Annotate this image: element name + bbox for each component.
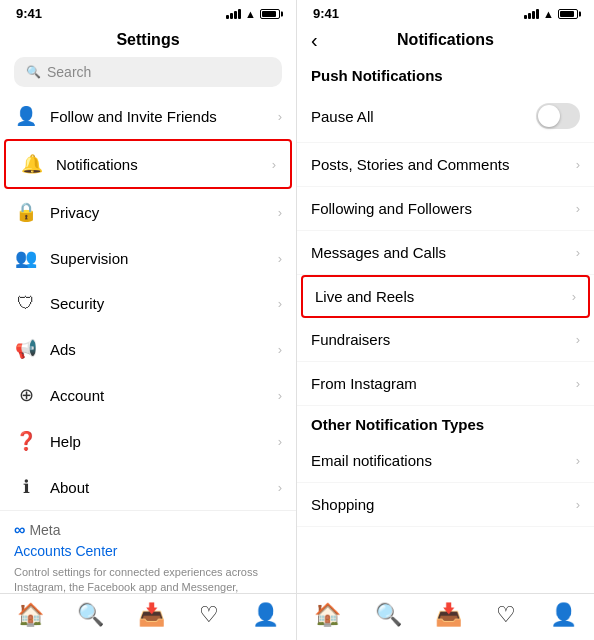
search-nav-icon[interactable]: 🔍: [77, 602, 104, 628]
shopping-label: Shopping: [311, 496, 576, 513]
settings-item-privacy[interactable]: 🔒 Privacy ›: [0, 189, 296, 235]
push-notifications-title: Push Notifications: [297, 57, 594, 90]
shopping-chevron: ›: [576, 497, 580, 512]
account-icon: ⊕: [14, 384, 38, 406]
messages-calls-label: Messages and Calls: [311, 244, 576, 261]
ads-label: Ads: [50, 341, 278, 358]
shopping-item[interactable]: Shopping ›: [297, 483, 594, 527]
notifications-header: ‹ Notifications: [297, 25, 594, 57]
battery-icon: [260, 9, 280, 19]
live-reels-label: Live and Reels: [315, 288, 572, 305]
privacy-chevron: ›: [278, 205, 282, 220]
privacy-label: Privacy: [50, 204, 278, 221]
reels-nav-icon[interactable]: 📥: [138, 602, 165, 628]
settings-item-about[interactable]: ℹ About ›: [0, 464, 296, 510]
search-bar[interactable]: 🔍 Search: [14, 57, 282, 87]
from-instagram-chevron: ›: [576, 376, 580, 391]
help-icon: ❓: [14, 430, 38, 452]
notifications-icon: 🔔: [20, 153, 44, 175]
search-nav-icon-right[interactable]: 🔍: [375, 602, 402, 628]
settings-panel: 9:41 ▲ Settings 🔍 Search 👤 Follow and In…: [0, 0, 297, 640]
signal-icon: [226, 9, 241, 19]
time-left: 9:41: [16, 6, 42, 21]
settings-list: 👤 Follow and Invite Friends › 🔔 Notifica…: [0, 93, 296, 593]
battery-icon-right: [558, 9, 578, 19]
settings-item-follow[interactable]: 👤 Follow and Invite Friends ›: [0, 93, 296, 139]
time-right: 9:41: [313, 6, 339, 21]
settings-item-account[interactable]: ⊕ Account ›: [0, 372, 296, 418]
bottom-nav-right: 🏠 🔍 📥 ♡ 👤: [297, 593, 594, 640]
email-notifications-item[interactable]: Email notifications ›: [297, 439, 594, 483]
meta-description: Control settings for connected experienc…: [14, 565, 282, 593]
wifi-icon-right: ▲: [543, 8, 554, 20]
meta-symbol: ∞: [14, 521, 25, 539]
settings-item-ads[interactable]: 📢 Ads ›: [0, 326, 296, 372]
posts-stories-label: Posts, Stories and Comments: [311, 156, 576, 173]
posts-stories-item[interactable]: Posts, Stories and Comments ›: [297, 143, 594, 187]
profile-nav-icon[interactable]: 👤: [252, 602, 279, 628]
notifications-list: Push Notifications Pause All Posts, Stor…: [297, 57, 594, 593]
live-reels-item[interactable]: Live and Reels ›: [301, 275, 590, 318]
security-icon: 🛡: [14, 293, 38, 314]
meta-section: ∞ Meta Accounts Center Control settings …: [0, 510, 296, 593]
fundraisers-item[interactable]: Fundraisers ›: [297, 318, 594, 362]
email-notifications-chevron: ›: [576, 453, 580, 468]
pause-all-item[interactable]: Pause All: [297, 90, 594, 143]
home-nav-icon-right[interactable]: 🏠: [314, 602, 341, 628]
accounts-center-link[interactable]: Accounts Center: [14, 543, 282, 559]
ads-chevron: ›: [278, 342, 282, 357]
notifications-title: Notifications: [397, 31, 494, 49]
search-placeholder: Search: [47, 64, 91, 80]
follow-label: Follow and Invite Friends: [50, 108, 278, 125]
profile-nav-icon-right[interactable]: 👤: [550, 602, 577, 628]
pause-all-toggle[interactable]: [536, 103, 580, 129]
following-followers-chevron: ›: [576, 201, 580, 216]
other-notifications-title: Other Notification Types: [297, 406, 594, 439]
signal-icon-right: [524, 9, 539, 19]
posts-stories-chevron: ›: [576, 157, 580, 172]
settings-item-supervision[interactable]: 👥 Supervision ›: [0, 235, 296, 281]
security-label: Security: [50, 295, 278, 312]
status-icons-right: ▲: [524, 8, 578, 20]
meta-logo: ∞ Meta: [14, 521, 282, 539]
following-followers-item[interactable]: Following and Followers ›: [297, 187, 594, 231]
settings-item-notifications[interactable]: 🔔 Notifications ›: [4, 139, 292, 189]
settings-item-security[interactable]: 🛡 Security ›: [0, 281, 296, 326]
likes-nav-icon[interactable]: ♡: [199, 602, 219, 628]
bottom-nav-left: 🏠 🔍 📥 ♡ 👤: [0, 593, 296, 640]
notifications-panel: 9:41 ▲ ‹ Notifications Push Notification…: [297, 0, 594, 640]
follow-icon: 👤: [14, 105, 38, 127]
pause-all-label: Pause All: [311, 108, 536, 125]
likes-nav-icon-right[interactable]: ♡: [496, 602, 516, 628]
notifications-chevron: ›: [272, 157, 276, 172]
notifications-label: Notifications: [56, 156, 272, 173]
supervision-icon: 👥: [14, 247, 38, 269]
settings-item-help[interactable]: ❓ Help ›: [0, 418, 296, 464]
help-label: Help: [50, 433, 278, 450]
about-label: About: [50, 479, 278, 496]
from-instagram-item[interactable]: From Instagram ›: [297, 362, 594, 406]
follow-chevron: ›: [278, 109, 282, 124]
fundraisers-label: Fundraisers: [311, 331, 576, 348]
messages-calls-item[interactable]: Messages and Calls ›: [297, 231, 594, 275]
security-chevron: ›: [278, 296, 282, 311]
settings-header: Settings: [0, 25, 296, 57]
supervision-label: Supervision: [50, 250, 278, 267]
live-reels-chevron: ›: [572, 289, 576, 304]
privacy-icon: 🔒: [14, 201, 38, 223]
status-bar-left: 9:41 ▲: [0, 0, 296, 25]
settings-title: Settings: [116, 31, 179, 49]
about-chevron: ›: [278, 480, 282, 495]
account-chevron: ›: [278, 388, 282, 403]
ads-icon: 📢: [14, 338, 38, 360]
status-icons-left: ▲: [226, 8, 280, 20]
following-followers-label: Following and Followers: [311, 200, 576, 217]
toggle-knob: [538, 105, 560, 127]
home-nav-icon[interactable]: 🏠: [17, 602, 44, 628]
reels-nav-icon-right[interactable]: 📥: [435, 602, 462, 628]
status-bar-right: 9:41 ▲: [297, 0, 594, 25]
account-label: Account: [50, 387, 278, 404]
back-button[interactable]: ‹: [311, 29, 318, 52]
fundraisers-chevron: ›: [576, 332, 580, 347]
supervision-chevron: ›: [278, 251, 282, 266]
